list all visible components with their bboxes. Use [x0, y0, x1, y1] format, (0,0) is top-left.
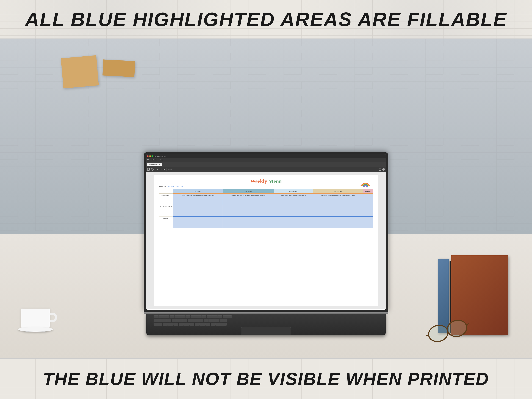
key	[179, 323, 184, 326]
key	[191, 315, 196, 318]
search-icon[interactable]	[151, 168, 154, 171]
key-row-1	[154, 315, 378, 318]
prev-page-icon[interactable]: ◀	[157, 168, 158, 171]
title-bar: Acrobat Pro (64-bit)	[146, 154, 386, 158]
cup-handle	[50, 313, 57, 322]
col-header-monday: MONDAY	[173, 189, 223, 194]
close-button[interactable]	[147, 155, 149, 157]
cell-lunch-thursday[interactable]	[313, 216, 363, 228]
key	[198, 319, 203, 322]
key	[202, 315, 206, 318]
minimize-button[interactable]	[149, 155, 151, 157]
cell-lunch-monday[interactable]	[173, 216, 223, 228]
key-backspace	[223, 315, 232, 318]
cup-saucer	[18, 327, 53, 332]
cell-snack-thursday[interactable]	[313, 205, 363, 216]
key	[212, 315, 217, 318]
key	[189, 323, 194, 326]
cell-breakfast-thursday[interactable]: Pancakes with blueberry compote and a do…	[313, 193, 363, 205]
menu-help[interactable]: Help	[160, 159, 163, 161]
col-header-thursday: THURSDAY	[313, 189, 363, 194]
key	[172, 319, 177, 322]
row-label-lunch: LUNCH	[159, 216, 173, 228]
key	[188, 319, 193, 322]
key	[173, 323, 178, 326]
separator2	[166, 168, 167, 171]
key	[159, 315, 164, 318]
next-page-icon[interactable]: ▶	[164, 168, 165, 171]
menu-window[interactable]: Window	[152, 159, 157, 161]
key	[207, 315, 212, 318]
key	[214, 319, 219, 322]
laptop-screen-bezel: Acrobat Pro (64-bit) File Window Help We…	[144, 152, 388, 312]
key-row-3	[154, 323, 378, 326]
cell-breakfast-tuesday[interactable]: Oatmeal with mashed banana and a sprinkl…	[223, 193, 274, 205]
svg-point-10	[367, 186, 372, 189]
laptop-hinge	[144, 312, 388, 314]
key	[211, 323, 216, 326]
key	[154, 315, 158, 318]
app-title: Acrobat Pro (64-bit)	[155, 156, 165, 157]
zoom-level: 125%	[168, 169, 172, 170]
key	[166, 319, 171, 322]
week-of-label: WEEK OF	[159, 186, 166, 188]
top-banner-text: ALL BLUE HIGHLIGHTED AREAS ARE FILLABLE	[25, 8, 507, 31]
maximize-button[interactable]	[152, 155, 153, 157]
fullscreen-icon[interactable]	[379, 168, 381, 171]
key-caps	[154, 323, 162, 326]
col-header-empty	[159, 189, 173, 194]
key-grid	[154, 315, 378, 326]
cell-snack-tuesday[interactable]	[223, 205, 274, 216]
title-weekly: Weekly	[250, 178, 267, 184]
photo-area: Acrobat Pro (64-bit) File Window Help We…	[0, 39, 532, 358]
table-row-lunch: LUNCH	[159, 216, 373, 228]
cell-snack-friday[interactable]	[363, 205, 373, 216]
bottom-banner-text: THE BLUE WILL NOT BE VISIBLE WHEN PRINTE…	[43, 369, 489, 389]
key	[205, 323, 210, 326]
row-label-morning-snack: MORNING SNACK	[159, 205, 173, 216]
key	[175, 315, 180, 318]
cell-lunch-tuesday[interactable]	[223, 216, 274, 228]
key	[163, 323, 168, 326]
keys-row1	[154, 315, 378, 326]
cell-breakfast-monday[interactable]: Whole wheat toast with scrambled eggs an…	[173, 193, 223, 205]
key	[168, 323, 173, 326]
trackpad[interactable]	[241, 327, 291, 335]
key	[170, 315, 175, 318]
key-tab	[154, 319, 161, 322]
sticky-note-1	[61, 55, 99, 89]
cell-snack-wednesday[interactable]	[274, 205, 313, 216]
row-label-breakfast: BREAKFAST	[159, 193, 173, 205]
key	[180, 315, 185, 318]
key	[177, 319, 182, 322]
print-icon[interactable]	[147, 168, 150, 171]
menu-file[interactable]: File	[147, 159, 150, 161]
key	[203, 319, 209, 322]
cell-breakfast-wednesday[interactable]: Greek yogurt with granola and fresh berr…	[274, 193, 313, 205]
cell-snack-monday[interactable]	[173, 205, 223, 216]
menu-title: Weekly Menu	[159, 178, 373, 184]
document-tab[interactable]: Weekly Menu ✕	[147, 163, 162, 166]
key	[184, 323, 189, 326]
settings-icon[interactable]	[382, 168, 385, 171]
cell-lunch-friday[interactable]	[363, 216, 373, 228]
right-toolbar	[379, 168, 385, 171]
cell-breakfast-friday[interactable]	[363, 193, 373, 205]
key-enter	[220, 319, 227, 322]
key	[164, 315, 169, 318]
coffee-cup	[21, 309, 50, 332]
col-header-tuesday: TUESDAY	[223, 189, 274, 194]
svg-point-4	[427, 323, 450, 344]
key	[161, 319, 166, 322]
page-indicator: 2 / 3	[159, 169, 162, 170]
table-header-row: MONDAY TUESDAY WEDNESDAY THURSDAY FRIDAY	[159, 189, 373, 194]
week-of-value: 26th June - 30th June	[167, 186, 194, 188]
cell-lunch-wednesday[interactable]	[274, 216, 313, 228]
key	[196, 315, 201, 318]
key-row-2	[154, 319, 378, 322]
document-area: Weekly Menu WEEK OF 26th June - 30th Jun…	[146, 172, 386, 309]
menu-bar: File Window Help	[146, 158, 386, 162]
col-header-friday: FRIDAY	[363, 189, 373, 194]
laptop: Acrobat Pro (64-bit) File Window Help We…	[142, 152, 390, 335]
key	[209, 319, 214, 322]
